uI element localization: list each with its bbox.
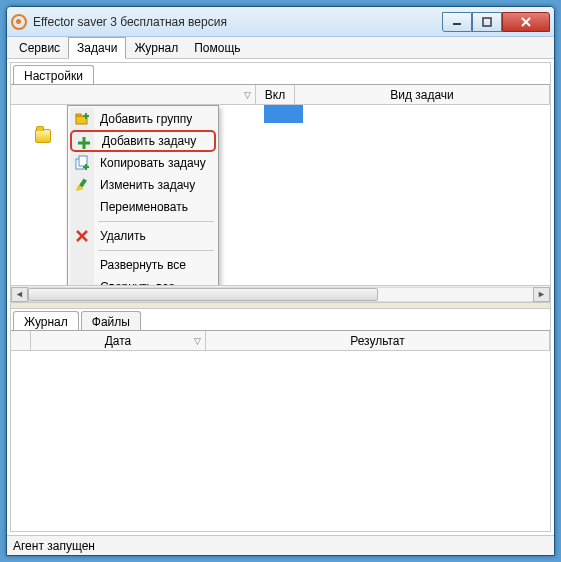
svg-rect-1 — [483, 18, 491, 26]
menu-copy-task-label: Копировать задачу — [100, 156, 206, 170]
task-tree[interactable]: Добавить группу Добавить задачу Копирова… — [11, 105, 550, 285]
tab-journal[interactable]: Журнал — [13, 311, 79, 330]
scroll-thumb[interactable] — [28, 288, 378, 301]
menu-edit-task-label: Изменить задачу — [100, 178, 195, 192]
top-tabs: Настройки — [11, 63, 550, 85]
add-group-icon — [74, 111, 90, 127]
bottom-tabs: Журнал Файлы — [11, 309, 550, 331]
menu-delete[interactable]: Удалить — [70, 225, 216, 247]
menu-add-task[interactable]: Добавить задачу — [70, 130, 216, 152]
col-name[interactable]: ▽ — [11, 85, 256, 104]
menu-tasks[interactable]: Задачи — [68, 37, 126, 59]
minimize-button[interactable] — [442, 12, 472, 32]
menu-add-group[interactable]: Добавить группу — [70, 108, 216, 130]
status-text: Агент запущен — [13, 539, 95, 553]
col-log-result[interactable]: Результат — [206, 331, 550, 350]
selected-cell — [264, 105, 303, 123]
tasks-dropdown: Добавить группу Добавить задачу Копирова… — [67, 105, 219, 285]
window-title: Effector saver 3 бесплатная версия — [33, 15, 442, 29]
add-task-icon — [76, 135, 92, 151]
menu-expand-all[interactable]: Развернуть все — [70, 254, 216, 276]
statusbar: Агент запущен — [7, 535, 554, 555]
folder-icon — [35, 129, 51, 143]
menu-copy-task[interactable]: Копировать задачу — [70, 152, 216, 174]
menu-rename[interactable]: Переименовать — [70, 196, 216, 218]
menu-add-group-label: Добавить группу — [100, 112, 192, 126]
copy-task-icon — [74, 155, 90, 171]
log-body[interactable] — [11, 351, 550, 531]
h-scrollbar[interactable]: ◄ ► — [11, 285, 550, 302]
dropdown-separator — [98, 250, 214, 251]
scroll-right-button[interactable]: ► — [533, 287, 550, 302]
col-log-icon[interactable] — [11, 331, 31, 350]
splitter[interactable] — [11, 302, 550, 309]
edit-task-icon — [74, 177, 90, 193]
sort-indicator-icon: ▽ — [244, 90, 251, 100]
menu-expand-all-label: Развернуть все — [100, 258, 186, 272]
task-grid-header: ▽ Вкл Вид задачи — [11, 85, 550, 105]
scroll-left-button[interactable]: ◄ — [11, 287, 28, 302]
app-window: Effector saver 3 бесплатная версия Серви… — [6, 6, 555, 556]
menu-add-task-label: Добавить задачу — [102, 134, 196, 148]
sort-indicator-icon: ▽ — [194, 336, 201, 346]
log-header: Дата▽ Результат — [11, 331, 550, 351]
scroll-track[interactable] — [28, 287, 533, 302]
titlebar[interactable]: Effector saver 3 бесплатная версия — [7, 7, 554, 37]
maximize-button[interactable] — [472, 12, 502, 32]
tab-settings[interactable]: Настройки — [13, 65, 94, 84]
menu-journal[interactable]: Журнал — [126, 38, 186, 58]
menu-edit-task[interactable]: Изменить задачу — [70, 174, 216, 196]
col-log-date[interactable]: Дата▽ — [31, 331, 206, 350]
svg-rect-15 — [79, 179, 87, 188]
app-icon — [11, 14, 27, 30]
menubar: Сервис Задачи Журнал Помощь — [7, 37, 554, 59]
menu-delete-label: Удалить — [100, 229, 146, 243]
window-controls — [442, 12, 550, 32]
menu-collapse-all-label: Свернуть все — [100, 280, 175, 285]
close-button[interactable] — [502, 12, 550, 32]
col-enabled[interactable]: Вкл — [256, 85, 295, 104]
delete-icon — [74, 228, 90, 244]
svg-rect-5 — [76, 114, 81, 116]
menu-collapse-all[interactable]: Свернуть все — [70, 276, 216, 285]
col-task-type[interactable]: Вид задачи — [295, 85, 550, 104]
tab-files[interactable]: Файлы — [81, 311, 141, 330]
content-area: Настройки ▽ Вкл Вид задачи Добавить груп… — [10, 62, 551, 532]
dropdown-separator — [98, 221, 214, 222]
menu-rename-label: Переименовать — [100, 200, 188, 214]
menu-help[interactable]: Помощь — [186, 38, 248, 58]
menu-service[interactable]: Сервис — [11, 38, 68, 58]
